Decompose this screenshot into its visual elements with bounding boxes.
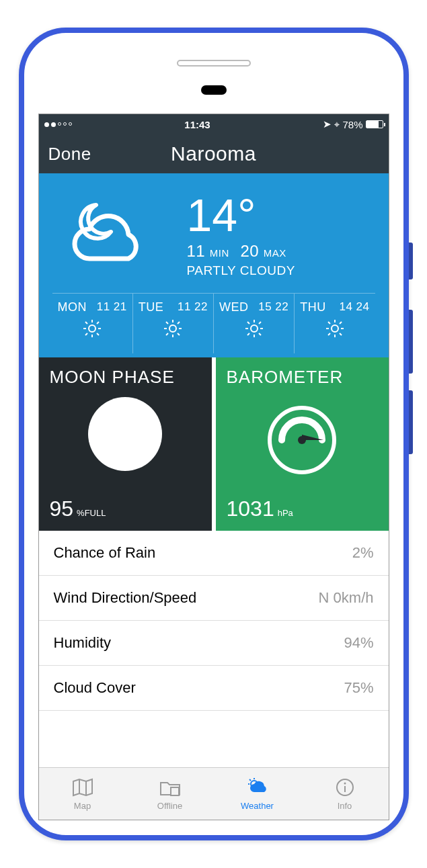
svg-point-18 <box>251 325 258 332</box>
detail-label: Wind Direction/Speed <box>54 589 197 607</box>
phone-camera <box>201 85 227 95</box>
forecast-hi: 24 <box>356 300 370 313</box>
tab-weather[interactable]: Weather <box>214 768 301 820</box>
svg-line-24 <box>259 333 261 335</box>
current-weather-panel: 14° 11 MIN 20 MAX PARTLY CLOUDY MON <box>39 173 389 357</box>
svg-line-33 <box>340 333 342 335</box>
min-label: MIN <box>210 247 229 259</box>
detail-row: Humidity 94% <box>39 621 389 666</box>
nav-bar: Done Narooma <box>39 134 389 173</box>
svg-line-35 <box>340 322 342 324</box>
signal-dots <box>44 122 72 127</box>
forecast-day-name: WED <box>219 300 249 314</box>
svg-point-44 <box>344 782 346 784</box>
detail-label: Cloud Cover <box>54 679 136 697</box>
detail-value: N 0km/h <box>319 589 374 607</box>
clock: 11:43 <box>184 119 210 130</box>
bluetooth-icon: ⌖ <box>334 119 340 130</box>
moon-phase-tile[interactable]: MOON PHASE 95 %FULL <box>39 357 212 531</box>
partly-cloudy-night-icon <box>52 195 167 275</box>
forecast-day-name: TUE <box>139 300 164 314</box>
tiles-row: MOON PHASE 95 %FULL BAROMETER <box>39 357 389 531</box>
tab-label: Info <box>338 801 352 811</box>
forecast-day[interactable]: THU 14 24 <box>295 294 375 353</box>
svg-line-34 <box>328 333 330 335</box>
current-temp: 14° <box>187 192 295 238</box>
barometer-title: BAROMETER <box>227 367 378 388</box>
screen: 11:43 ➤ ⌖ 78% Done Narooma <box>38 114 389 820</box>
forecast-day-name: THU <box>300 300 326 314</box>
status-bar: 11:43 ➤ ⌖ 78% <box>39 114 389 134</box>
phone-speaker <box>177 60 251 67</box>
svg-point-27 <box>332 325 338 332</box>
tab-info[interactable]: Info <box>301 768 389 820</box>
detail-value: 75% <box>344 679 373 697</box>
svg-line-42 <box>249 779 251 781</box>
moon-unit: %FULL <box>77 508 106 518</box>
svg-point-37 <box>298 436 306 444</box>
phone-button <box>409 243 413 279</box>
svg-line-5 <box>85 322 87 324</box>
svg-line-32 <box>328 322 330 324</box>
detail-value: 2% <box>352 544 374 562</box>
detail-row: Wind Direction/Speed N 0km/h <box>39 576 389 621</box>
max-label: MAX <box>264 247 286 259</box>
forecast-day-name: MON <box>58 300 87 314</box>
barometer-unit: hPa <box>278 508 293 518</box>
location-icon: ➤ <box>323 118 332 130</box>
svg-line-23 <box>247 322 249 324</box>
svg-point-0 <box>89 325 95 332</box>
detail-value: 94% <box>344 634 373 652</box>
svg-line-14 <box>166 322 168 324</box>
moon-phase-title: MOON PHASE <box>50 367 201 388</box>
phone-button <box>409 390 413 454</box>
forecast-day[interactable]: TUE 11 22 <box>133 294 214 353</box>
svg-line-6 <box>97 333 99 335</box>
forecast-lo: 14 <box>339 300 352 313</box>
info-icon <box>334 777 356 799</box>
forecast-row: MON 11 21 TUE 11 22 <box>52 293 375 353</box>
tab-offline[interactable]: Offline <box>126 768 214 820</box>
max-temp: 20 <box>240 242 259 260</box>
svg-point-9 <box>169 325 176 332</box>
forecast-hi: 21 <box>114 300 127 313</box>
details-list: Chance of Rain 2% Wind Direction/Speed N… <box>39 531 389 767</box>
gauge-icon <box>227 400 378 480</box>
forecast-day[interactable]: MON 11 21 <box>52 294 133 353</box>
moon-icon <box>88 397 162 471</box>
forecast-hi: 22 <box>275 300 288 313</box>
battery-icon <box>366 120 383 128</box>
tab-bar: Map Offline Weather <box>39 767 389 820</box>
tab-map[interactable]: Map <box>39 768 126 820</box>
sun-icon <box>139 318 208 341</box>
forecast-day[interactable]: WED 15 22 <box>214 294 295 353</box>
svg-rect-38 <box>171 787 179 795</box>
sun-icon <box>219 318 288 341</box>
phone-frame: 11:43 ➤ ⌖ 78% Done Narooma <box>19 28 409 840</box>
detail-label: Humidity <box>54 634 112 652</box>
forecast-lo: 11 <box>178 300 191 313</box>
sun-icon <box>300 318 369 341</box>
detail-label: Chance of Rain <box>54 544 156 562</box>
svg-line-17 <box>178 322 180 324</box>
forecast-lo: 11 <box>97 300 110 313</box>
svg-line-16 <box>166 333 168 335</box>
tab-label: Map <box>74 801 91 811</box>
weather-icon <box>246 777 269 799</box>
forecast-hi: 22 <box>194 300 208 313</box>
detail-row: Chance of Rain 2% <box>39 531 389 576</box>
min-temp: 11 <box>187 242 206 260</box>
phone-button <box>409 310 413 374</box>
condition-label: PARTLY CLOUDY <box>187 263 295 278</box>
svg-line-15 <box>178 333 180 335</box>
battery-percent: 78% <box>342 119 362 130</box>
barometer-tile[interactable]: BAROMETER 1031 hPa <box>216 357 389 531</box>
svg-line-26 <box>259 322 261 324</box>
svg-line-25 <box>247 333 249 335</box>
forecast-lo: 15 <box>258 300 272 313</box>
moon-value: 95 <box>50 496 74 521</box>
tab-label: Offline <box>157 801 182 811</box>
svg-line-8 <box>97 322 99 324</box>
detail-row: Cloud Cover 75% <box>39 666 389 711</box>
folder-icon <box>159 777 182 799</box>
